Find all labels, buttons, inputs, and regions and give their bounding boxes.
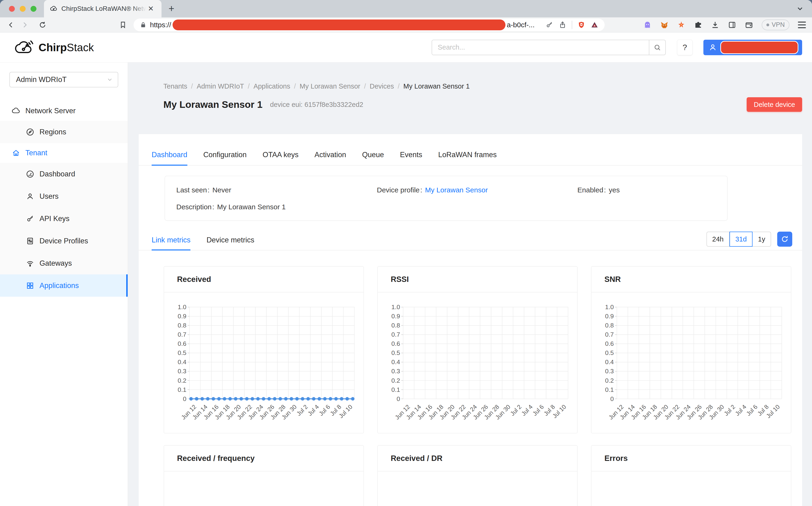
- new-tab-button[interactable]: +: [168, 3, 174, 14]
- tenant-selector[interactable]: Admin WDRIoT: [9, 72, 118, 87]
- sidebar-item-label: API Keys: [40, 215, 70, 223]
- tab-link-metrics[interactable]: Link metrics: [152, 236, 191, 250]
- window-zoom-button[interactable]: [30, 6, 36, 12]
- breadcrumb-item-admin-wdriot[interactable]: Admin WDRIoT: [197, 82, 244, 90]
- dashboard-icon: [26, 170, 34, 178]
- chart-card-received-dr: Received / DR: [377, 445, 578, 506]
- tab-events[interactable]: Events: [400, 151, 422, 165]
- chart-plot: 1.00.90.80.70.60.50.40.30.20.10Jun 12Jun…: [165, 294, 363, 433]
- breadcrumb-separator: /: [191, 82, 193, 90]
- user-menu-button[interactable]: [704, 40, 802, 55]
- sidebar-item-api-keys[interactable]: API Keys: [0, 207, 128, 230]
- range-button-1y[interactable]: 1y: [752, 232, 771, 247]
- delete-device-button[interactable]: Delete device: [747, 97, 802, 112]
- page-title: My Lorawan Sensor 1: [163, 99, 263, 110]
- bookmark-icon[interactable]: [118, 20, 128, 30]
- tab-otaa-keys[interactable]: OTAA keys: [263, 151, 299, 165]
- range-button-24h[interactable]: 24h: [707, 232, 730, 247]
- saved-password-key-icon[interactable]: [545, 21, 553, 29]
- browser-tab[interactable]: ChirpStack LoRaWAN® Network ✕: [44, 0, 161, 17]
- window-controls: [9, 6, 36, 12]
- tab-close-icon[interactable]: ✕: [148, 5, 154, 12]
- svg-text:0.8: 0.8: [178, 322, 187, 329]
- tab-configuration[interactable]: Configuration: [203, 151, 246, 165]
- range-button-31d[interactable]: 31d: [730, 232, 752, 247]
- breadcrumb-item-tenants[interactable]: Tenants: [163, 82, 188, 90]
- chart-card-header: Received / DR: [378, 446, 577, 472]
- sidebar-group-label: Tenant: [25, 149, 47, 157]
- url-bar[interactable]: https:// a-b0cf-...: [134, 18, 605, 31]
- browser-window: ChirpStack LoRaWAN® Network ✕ + https://…: [0, 0, 812, 506]
- sidebar-item-gateways[interactable]: Gateways: [0, 252, 128, 274]
- tab-queue[interactable]: Queue: [362, 151, 384, 165]
- app-header: ChirpStack ?: [0, 32, 812, 63]
- breadcrumb-item-my-lorawan-sensor[interactable]: My Lorawan Sensor: [300, 82, 360, 90]
- sidebar-item-dashboard[interactable]: Dashboard: [0, 163, 128, 185]
- chart-card-header: Errors: [591, 446, 791, 472]
- vpn-status-dot: [766, 23, 769, 26]
- sidebar-item-device-profiles[interactable]: Device Profiles: [0, 230, 128, 252]
- sidebar-group-network-server[interactable]: Network Server: [0, 101, 128, 121]
- downloads-icon[interactable]: [711, 21, 719, 29]
- brave-shields-icon[interactable]: [577, 21, 585, 29]
- sidebar-group-tenant[interactable]: Tenant: [0, 143, 128, 163]
- window-minimize-button[interactable]: [20, 6, 26, 12]
- tab-overview-chevron-icon[interactable]: [796, 5, 804, 13]
- home-icon: [12, 149, 20, 157]
- chart-card-errors: Errors: [591, 445, 791, 506]
- refresh-button[interactable]: [777, 232, 792, 247]
- tab-dashboard[interactable]: Dashboard: [152, 151, 188, 165]
- url-redaction-overlay: [172, 19, 505, 30]
- chart-card-body: 1.00.90.80.70.60.50.40.30.20.10Jun 12Jun…: [164, 292, 363, 433]
- forward-icon[interactable]: [20, 20, 29, 30]
- sidebar: Admin WDRIoT Network ServerRegionsTenant…: [0, 63, 128, 506]
- sidebar-toggle-icon[interactable]: [728, 21, 736, 29]
- back-icon[interactable]: [6, 20, 16, 30]
- browser-tabstrip: ChirpStack LoRaWAN® Network ✕ +: [0, 0, 812, 17]
- vpn-label: VPN: [771, 21, 785, 28]
- compass-icon: [26, 128, 34, 136]
- vpn-button[interactable]: VPN: [762, 19, 790, 30]
- tab-device-metrics[interactable]: Device metrics: [206, 236, 254, 250]
- browser-menu-icon[interactable]: [798, 22, 806, 28]
- extensions-puzzle-icon[interactable]: [694, 21, 703, 29]
- breadcrumb-item-devices[interactable]: Devices: [370, 82, 394, 90]
- chirpstack-logo: ChirpStack: [15, 39, 94, 56]
- share-icon[interactable]: [559, 21, 567, 29]
- sidebar-item-label: Applications: [40, 281, 79, 290]
- sidebar-menu: Network ServerRegionsTenantDashboardUser…: [0, 101, 128, 297]
- search-icon[interactable]: [649, 40, 665, 55]
- phantom-extension-icon[interactable]: [643, 21, 652, 29]
- bat-rewards-icon[interactable]: [591, 21, 599, 29]
- tab-activation[interactable]: Activation: [314, 151, 346, 165]
- window-close-button[interactable]: [9, 6, 15, 12]
- help-button[interactable]: ?: [677, 40, 692, 55]
- sidebar-item-regions[interactable]: Regions: [0, 121, 128, 143]
- svg-text:1.0: 1.0: [605, 304, 614, 311]
- spark-extension-icon[interactable]: [677, 21, 685, 29]
- breadcrumb-item-applications[interactable]: Applications: [253, 82, 290, 90]
- wallet-icon[interactable]: [745, 21, 753, 29]
- chart-card-body: 1.00.90.80.70.60.50.40.30.20.10Jun 12Jun…: [378, 292, 577, 433]
- chart-title: Received: [177, 275, 211, 284]
- tenant-selector-value: Admin WDRIoT: [16, 75, 106, 84]
- reload-icon[interactable]: [38, 20, 48, 30]
- browser-toolbar: https:// a-b0cf-... VPN: [0, 17, 812, 32]
- breadcrumb: Tenants/Admin WDRIoT/Applications/My Lor…: [163, 82, 812, 90]
- svg-text:Jul 6: Jul 6: [318, 403, 331, 417]
- chart-card-body: [378, 472, 577, 473]
- metamask-extension-icon[interactable]: [660, 21, 669, 29]
- lock-icon: [140, 21, 147, 28]
- svg-text:0.3: 0.3: [178, 368, 187, 375]
- tab-lorawan-frames[interactable]: LoRaWAN frames: [438, 151, 497, 165]
- main-content: Tenants/Admin WDRIoT/Applications/My Lor…: [128, 63, 812, 506]
- svg-text:0.2: 0.2: [605, 377, 614, 384]
- chart-title: RSSI: [391, 275, 409, 284]
- search-input[interactable]: [432, 40, 649, 55]
- chevron-down-icon: [106, 76, 113, 83]
- sidebar-item-users[interactable]: Users: [0, 185, 128, 207]
- device-profile-link[interactable]: My Lorawan Sensor: [425, 186, 488, 194]
- svg-text:Jul 4: Jul 4: [520, 403, 534, 417]
- sidebar-item-applications[interactable]: Applications: [0, 274, 128, 297]
- svg-text:Jul 4: Jul 4: [734, 403, 748, 417]
